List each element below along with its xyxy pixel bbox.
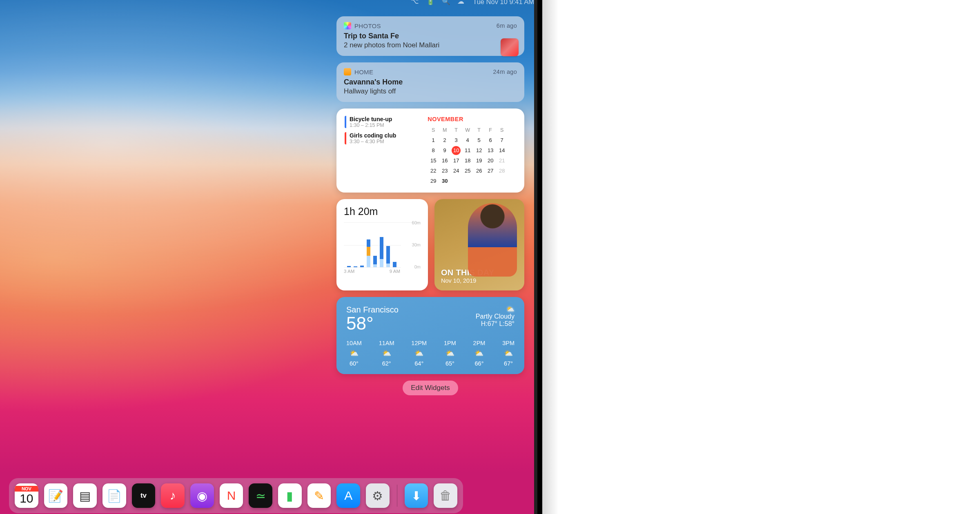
dock-app-music[interactable]: ♪	[161, 483, 185, 508]
notif-body: 2 new photos from Noel Mallari	[344, 41, 517, 49]
dock-app-books[interactable]: 📄	[102, 483, 126, 508]
weekday-label: M	[439, 125, 450, 135]
calendar-day	[496, 176, 508, 186]
calendar-day: 26	[473, 166, 485, 176]
calendar-day: 13	[485, 145, 496, 155]
dock: NOV10📝▤📄tv♪◉N≃▮✎A⚙︎⬇︎🗑	[9, 478, 463, 513]
dock-app-calendar[interactable]: NOV10	[15, 483, 38, 508]
weather-hour: 1PM⛅65°	[444, 340, 456, 367]
calendar-day: 16	[439, 155, 450, 166]
screentime-bar	[360, 266, 364, 267]
photo-thumbnail	[501, 38, 519, 56]
calendar-day: 10	[450, 145, 462, 155]
desktop: ⌥ 🔋 🔍 ☁︎ Tue Nov 10 9:41 AM PHOTOS 6m ag…	[0, 0, 542, 514]
dock-app-news[interactable]: N	[220, 483, 243, 508]
calendar-day: 6	[485, 135, 496, 145]
partly-cloudy-icon: ⛅	[346, 349, 362, 358]
calendar-day: 14	[496, 145, 508, 155]
screentime-bar	[380, 237, 383, 267]
weather-hour: 11AM⛅62°	[379, 340, 394, 367]
dock-app-settings[interactable]: ⚙︎	[366, 483, 390, 508]
menubar-clock[interactable]: Tue Nov 10 9:41 AM	[473, 0, 534, 6]
calendar-day: 29	[428, 176, 439, 186]
weather-condition: Partly Cloudy	[476, 313, 514, 320]
dock-app-appstore[interactable]: A	[336, 483, 360, 508]
photos-memory-widget[interactable]: ON THIS DAY Nov 10, 2019	[434, 199, 524, 290]
weekday-label: F	[485, 125, 496, 135]
screentime-bar	[386, 246, 390, 267]
weekday-label: T	[473, 125, 485, 135]
notification-center: PHOTOS 6m ago Trip to Santa Fe 2 new pho…	[336, 16, 524, 395]
screentime-bar	[367, 239, 370, 267]
screentime-bar	[354, 266, 357, 267]
weather-temp: 58°	[346, 315, 399, 332]
dock-app-tv[interactable]: tv	[132, 483, 156, 508]
weather-widget[interactable]: San Francisco 58° ⛅ Partly Cloudy H:67° …	[336, 297, 524, 374]
calendar-day: 2	[439, 135, 450, 145]
notification-home[interactable]: HOME 24m ago Cavanna's Home Hallway ligh…	[336, 62, 524, 102]
calendar-day: 27	[485, 166, 496, 176]
weather-hour: 12PM⛅64°	[411, 340, 427, 367]
photos-app-icon	[344, 22, 351, 29]
search-icon[interactable]: 🔍	[442, 0, 450, 6]
dock-app-trash[interactable]: 🗑	[434, 483, 457, 508]
partly-cloudy-icon: ⛅	[473, 349, 486, 358]
dock-app-stocks[interactable]: ≃	[249, 483, 272, 508]
calendar-day: 7	[496, 135, 508, 145]
calendar-month-label: NOVEMBER	[428, 116, 516, 122]
calendar-day	[473, 176, 485, 186]
dock-app-pages[interactable]: ✎	[307, 483, 331, 508]
x-label: 9 AM	[390, 269, 400, 274]
calendar-day: 15	[428, 155, 439, 166]
partly-cloudy-icon: ⛅	[502, 349, 514, 358]
y-label: 30m	[412, 242, 421, 247]
calendar-day: 20	[485, 155, 496, 166]
notification-photos[interactable]: PHOTOS 6m ago Trip to Santa Fe 2 new pho…	[336, 16, 524, 56]
screentime-widget[interactable]: 1h 20m 60m 30m 0m 3 AM 9 AM	[336, 199, 428, 290]
calendar-day: 8	[428, 145, 439, 155]
calendar-day: 23	[439, 166, 450, 176]
weather-hour: 3PM⛅67°	[502, 340, 514, 367]
dock-app-notes[interactable]: 📝	[44, 483, 68, 508]
notif-time: 6m ago	[497, 22, 517, 29]
calendar-event: Girls coding club3:30 – 4:30 PM	[345, 132, 423, 144]
notif-app-label: PHOTOS	[354, 22, 381, 29]
calendar-widget[interactable]: Bicycle tune-up1:30 – 2:15 PMGirls codin…	[336, 109, 524, 193]
weather-hour: 10AM⛅60°	[346, 340, 362, 367]
calendar-day: 1	[428, 135, 439, 145]
partly-cloudy-icon: ⛅	[444, 349, 456, 358]
edit-widgets-button[interactable]: Edit Widgets	[403, 381, 458, 395]
calendar-day	[450, 176, 462, 186]
screentime-chart: 60m 30m 0m	[344, 222, 421, 267]
weekday-label: W	[462, 125, 473, 135]
notif-body: Hallway lights off	[344, 87, 517, 95]
calendar-day: 4	[462, 135, 473, 145]
screentime-bar	[373, 256, 377, 267]
calendar-day: 9	[439, 145, 450, 155]
calendar-events: Bicycle tune-up1:30 – 2:15 PMGirls codin…	[345, 116, 423, 186]
calendar-day: 12	[473, 145, 485, 155]
home-app-icon	[344, 68, 351, 75]
calendar-day: 30	[439, 176, 450, 186]
dock-app-podcasts[interactable]: ◉	[190, 483, 214, 508]
calendar-day	[462, 176, 473, 186]
weather-hilo: H:67° L:58°	[476, 320, 514, 328]
calendar-day: 25	[462, 166, 473, 176]
memory-date: Nov 10, 2019	[441, 277, 518, 284]
calendar-day: 11	[462, 145, 473, 155]
dock-app-reminders[interactable]: ▤	[73, 483, 97, 508]
dock-app-downloads[interactable]: ⬇︎	[405, 483, 428, 508]
y-label: 60m	[412, 220, 421, 225]
wifi-icon[interactable]: ☁︎	[457, 0, 466, 6]
y-label: 0m	[414, 264, 421, 269]
dock-app-numbers[interactable]: ▮	[278, 483, 302, 508]
calendar-day: 22	[428, 166, 439, 176]
dock-separator	[397, 485, 397, 507]
calendar-day: 17	[450, 155, 462, 166]
x-label: 3 AM	[344, 269, 354, 274]
weekday-label: S	[428, 125, 439, 135]
control-center-icon[interactable]: ⌥	[411, 0, 419, 6]
screentime-total: 1h 20m	[344, 206, 421, 217]
battery-icon[interactable]: 🔋	[426, 0, 434, 6]
partly-cloudy-icon: ⛅	[476, 305, 514, 313]
